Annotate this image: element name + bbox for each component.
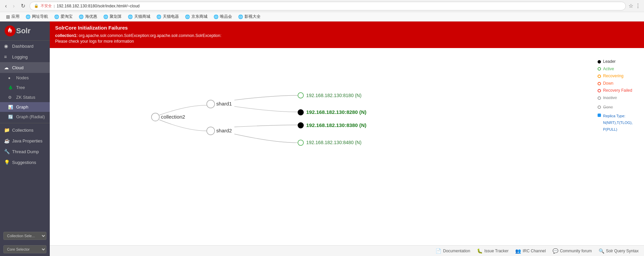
cloud-icon: ☁ — [4, 65, 9, 70]
sidebar-item-zk-status[interactable]: ⚙ ZK Status — [0, 92, 50, 102]
main-content: SolrCore Initialization Failures collect… — [50, 22, 644, 256]
solr-query-syntax-icon: 🔍 — [599, 248, 604, 254]
shard1-node2-address: 192.168.182.130:8280 (N) — [306, 109, 367, 115]
error-banner-line-1: collection1: org.apache.solr.common.Solr… — [55, 33, 639, 38]
error-exception-text: org.apache.solr.common.SolrException:org… — [79, 33, 221, 38]
bookmark-jd[interactable]: 🌐 京东商城 — [182, 13, 210, 20]
sidebar-item-collections[interactable]: 📁 Collections — [0, 125, 50, 135]
sidebar-item-logging[interactable]: ≡ Logging — [0, 51, 50, 62]
reload-button[interactable]: ↻ — [19, 2, 27, 10]
bookmark-apps[interactable]: ⊞ 应用 — [3, 13, 22, 20]
sidebar-item-collections-label: Collections — [12, 128, 34, 133]
sidebar-item-graph-radial-label: Graph (Radial) — [16, 114, 45, 119]
sidebar-logo: Solr — [0, 22, 50, 41]
graph-radial-icon: 🔄 — [8, 115, 13, 119]
bookmark-vip-label: 唯品会 — [220, 14, 232, 19]
bookmark-tianmao-dianqi[interactable]: 🌐 天猫电器 — [154, 13, 182, 20]
sidebar-item-java-properties[interactable]: ☕ Java Properties — [0, 135, 50, 146]
sidebar-item-dashboard[interactable]: ◉ Dashboard — [0, 41, 50, 51]
legend-leader-dot — [598, 60, 601, 63]
legend-recovery-failed: Recovery Failed — [598, 87, 633, 94]
error-banner: SolrCore Initialization Failures collect… — [50, 22, 644, 48]
graph-svg: collection2 shard1 shard2 — [50, 48, 644, 245]
footer-issue-tracker-link[interactable]: 🐛 Issue Tracker — [477, 248, 508, 254]
sidebar-item-cloud[interactable]: ☁ Cloud — [0, 62, 50, 73]
shard1-label: shard1 — [216, 101, 232, 106]
bookmark-nav[interactable]: 🌐 网址导航 — [23, 13, 51, 20]
shard1-node1-address: 192.168.182.130:8180 (N) — [306, 93, 362, 98]
footer-irc-channel-link[interactable]: 👥 IRC Channel — [515, 248, 546, 254]
bookmark-vip[interactable]: 🌐 唯品会 — [211, 13, 235, 20]
shard2-circle[interactable] — [207, 127, 215, 135]
sidebar-item-suggestions[interactable]: 💡 Suggestions — [0, 157, 50, 168]
community-forum-icon: 💬 — [553, 248, 558, 254]
sidebar-item-thread-dump-label: Thread Dump — [12, 149, 39, 154]
sidebar-item-nodes[interactable]: ● Nodes — [0, 73, 50, 83]
footer-documentation-link[interactable]: 📄 Documentation — [435, 248, 470, 254]
collection-node-circle[interactable] — [151, 113, 159, 121]
legend-replica-type: Replica Type:N(NRT),T(TLOG),P(PULL) — [598, 113, 633, 133]
shard2-node1-address: 192.168.182.130:8380 (N) — [306, 122, 367, 128]
shard2-node2-line — [234, 134, 298, 143]
collections-icon: 📁 — [4, 127, 9, 133]
sidebar: Solr ◉ Dashboard ≡ Logging ☁ Cloud ● Nod… — [0, 22, 50, 256]
shard1-circle[interactable] — [207, 100, 215, 108]
bookmarks-bar: ⊞ 应用 🌐 网址导航 🌐 爱淘宝 🌐 海优惠 🌐 聚划算 🌐 天猫商城 🌐 天… — [0, 12, 644, 22]
legend-replica-type-dot — [598, 114, 601, 117]
shard1-node2-circle[interactable] — [298, 110, 303, 115]
irc-channel-icon: 👥 — [515, 248, 521, 254]
bookmark-taobao-label: 爱淘宝 — [61, 14, 73, 19]
address-bar[interactable]: 🔒 不安全 | 192.168.182.130:8180/solr/index.… — [30, 2, 626, 10]
sidebar-item-graph-radial[interactable]: 🔄 Graph (Radial) — [0, 112, 50, 122]
shard2-node1-circle[interactable] — [298, 123, 303, 128]
solr-flame-icon — [4, 25, 16, 37]
bookmark-tianmao[interactable]: 🌐 天猫商城 — [125, 13, 153, 20]
bookmark-video[interactable]: 🌐 影视大全 — [235, 13, 263, 20]
forward-button[interactable]: › — [11, 2, 16, 10]
bookmark-haiyouhui[interactable]: 🌐 海优惠 — [76, 13, 100, 20]
shard1-node1-circle[interactable] — [298, 93, 303, 98]
thread-dump-icon: 🔧 — [4, 149, 9, 154]
legend-down-dot — [598, 82, 601, 85]
issue-tracker-icon: 🐛 — [477, 248, 483, 254]
legend-recovering: Recovering — [598, 73, 633, 80]
sidebar-item-tree[interactable]: 🌲 Tree — [0, 83, 50, 92]
bookmark-apps-label: 应用 — [11, 14, 20, 19]
legend-leader-label: Leader — [603, 58, 615, 66]
back-button[interactable]: ‹ — [3, 2, 8, 10]
legend-active-label: Active — [603, 66, 614, 73]
sidebar-item-logging-label: Logging — [12, 54, 28, 59]
footer-issue-tracker-label: Issue Tracker — [484, 249, 508, 253]
url-text: 192.168.182.130:8180/solr/index.html#/~c… — [57, 4, 140, 8]
legend-inactive: Inactive — [598, 94, 633, 102]
error-banner-title: SolrCore Initialization Failures — [55, 25, 639, 31]
error-check-logs-text: Please check your logs for more informat… — [55, 39, 134, 44]
sidebar-item-cloud-label: Cloud — [12, 65, 24, 70]
legend-gone-label: Gone — [603, 104, 613, 111]
error-collection-name: collection1: — [55, 33, 78, 38]
shard2-label: shard2 — [216, 128, 232, 133]
bookmark-taobao[interactable]: 🌐 爱淘宝 — [51, 13, 75, 20]
legend-replica-type-label: Replica Type:N(NRT),T(TLOG),P(PULL) — [603, 113, 633, 133]
legend-gone-dot — [598, 105, 601, 109]
bookmark-button[interactable]: ☆ — [629, 3, 633, 9]
graph-icon: 📊 — [8, 105, 13, 110]
sidebar-item-graph[interactable]: 📊 Graph — [0, 102, 50, 112]
footer-community-forum-link[interactable]: 💬 Community forum — [553, 248, 592, 254]
shard2-node2-circle[interactable] — [298, 140, 303, 145]
bookmark-video-label: 影视大全 — [244, 14, 261, 19]
bookmark-juhuasuan[interactable]: 🌐 聚划算 — [101, 13, 124, 20]
shard1-node2-line — [234, 106, 298, 112]
sidebar-item-thread-dump[interactable]: 🔧 Thread Dump — [0, 146, 50, 157]
core-selector[interactable]: Core Selector — [3, 245, 46, 253]
sidebar-item-tree-label: Tree — [16, 85, 25, 90]
collection-selector[interactable]: Collection Sele... — [3, 232, 46, 240]
legend-recovering-dot — [598, 75, 601, 78]
sidebar-item-java-properties-label: Java Properties — [12, 138, 42, 143]
settings-button[interactable]: ⋮ — [635, 3, 641, 9]
svg-point-0 — [5, 26, 15, 36]
footer-solr-query-syntax-label: Solr Query Syntax — [606, 249, 639, 253]
core-selector-wrapper: Core Selector — [0, 243, 50, 256]
footer-solr-query-syntax-link[interactable]: 🔍 Solr Query Syntax — [599, 248, 639, 254]
footer-community-forum-label: Community forum — [560, 249, 592, 253]
